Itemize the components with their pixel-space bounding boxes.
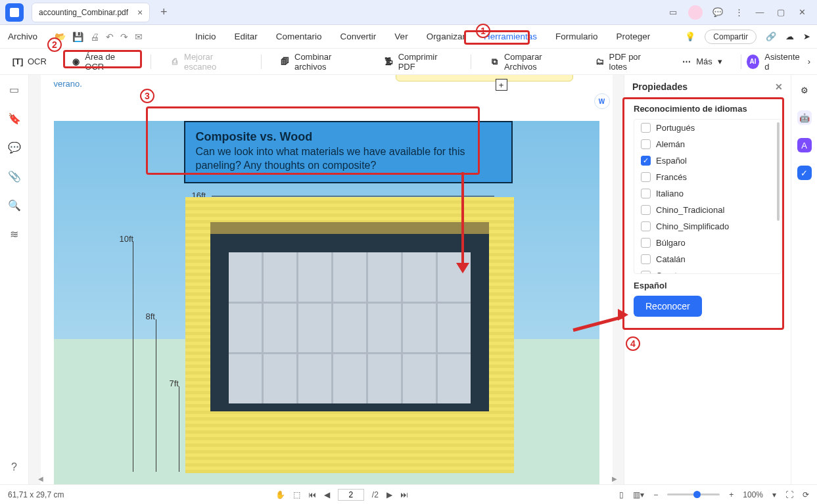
lang-item-espanol[interactable]: ✓Español (634, 152, 781, 169)
close-window-button[interactable]: ✕ (796, 7, 808, 18)
more-button[interactable]: ⋯Más▾ (675, 53, 728, 70)
close-tab-icon[interactable]: × (137, 7, 143, 18)
properties-title: Propiedades (632, 81, 688, 92)
page-dimensions: 61,71 x 29,7 cm (8, 490, 64, 499)
lang-item-italiano[interactable]: Italiano (634, 185, 781, 202)
search-icon[interactable]: 🔍 (8, 198, 21, 212)
more-menu-icon[interactable]: ⋮ (733, 7, 745, 18)
mail-icon[interactable]: ✉ (135, 32, 143, 42)
lang-item-chino-simp[interactable]: Chino_Simplificado (634, 218, 781, 235)
maximize-button[interactable]: ▢ (775, 7, 787, 18)
cloud-icon[interactable]: ☁ (785, 32, 794, 41)
help-icon[interactable]: ? (8, 461, 21, 474)
send-icon[interactable]: ➤ (803, 32, 810, 41)
properties-close-icon[interactable]: ✕ (775, 81, 783, 92)
batch-pdf-button[interactable]: 🗂PDF por lotes (589, 49, 662, 74)
ai-side-icon[interactable]: 🤖 (797, 110, 812, 125)
select-tool-icon[interactable]: ⬚ (293, 490, 300, 499)
compress-pdf-button[interactable]: 🗜Comprimir PDF (378, 49, 457, 74)
menu-herramientas[interactable]: Herramientas (482, 29, 538, 44)
menu-editar[interactable]: Editar (233, 29, 259, 44)
dim-8ft: 8ft (146, 311, 155, 321)
new-tab-button[interactable]: + (155, 5, 172, 19)
lang-item-aleman[interactable]: Alemán (634, 136, 781, 152)
combine-files-button[interactable]: 🗐Combinar archivos (275, 49, 365, 74)
share-icon-1[interactable]: 🔗 (766, 32, 776, 41)
print-icon[interactable]: 🖨 (90, 32, 99, 42)
app-logo[interactable] (5, 3, 24, 22)
prev-page-icon[interactable]: ◀ (324, 490, 330, 499)
lang-item-croata[interactable]: Croata (634, 267, 781, 274)
ocr-button[interactable]: [T]OCR (7, 53, 52, 70)
recognize-button[interactable]: Reconocer (634, 296, 702, 317)
minimize-button[interactable]: ― (754, 7, 766, 18)
thumbnails-icon[interactable]: ▭ (8, 83, 21, 96)
word-export-badge[interactable]: W (594, 93, 610, 109)
menu-organizar[interactable]: Organizar (425, 29, 467, 44)
lang-item-catalan[interactable]: Catalán (634, 251, 781, 267)
lang-item-chino-trad[interactable]: Chino_Tradicional (634, 202, 781, 218)
zoom-out-icon[interactable]: − (653, 490, 658, 499)
document-canvas[interactable]: verano. + W Composite vs. Wood Can we lo… (29, 75, 624, 484)
scroll-right-icon[interactable]: ▶ (611, 475, 619, 482)
rotate-icon[interactable]: ⟳ (803, 490, 809, 499)
lang-item-portugues[interactable]: Portugués (634, 120, 781, 136)
compare-icon: ⧉ (489, 56, 500, 68)
share-button[interactable]: Compartir (705, 30, 757, 44)
menu-file[interactable]: Archivo (7, 29, 39, 44)
lang-scrollbar-thumb[interactable] (777, 122, 780, 221)
zoom-slider-thumb[interactable] (693, 491, 701, 498)
zoom-chevron-icon[interactable]: ▾ (772, 490, 776, 499)
layers-icon[interactable]: ≋ (8, 227, 21, 241)
next-page-icon[interactable]: ▶ (386, 490, 392, 499)
menu-inicio[interactable]: Inicio (194, 29, 218, 44)
selected-language: Español (634, 281, 782, 290)
ocr-area-button[interactable]: ◉Área de OCR (65, 49, 137, 74)
enhance-scan-button[interactable]: ⎙Mejorar escaneo (164, 49, 248, 74)
ai-assistant-icon[interactable]: AI (747, 55, 760, 69)
menu-proteger[interactable]: Proteger (615, 29, 651, 44)
ai-assistant-label[interactable]: Asistente d (764, 52, 802, 72)
horizontal-scrollbar[interactable]: ◀ ▶ (37, 475, 619, 482)
fonts-icon[interactable]: A (797, 138, 812, 152)
menu-convertir[interactable]: Convertir (339, 29, 378, 44)
zoom-in-icon[interactable]: + (729, 490, 734, 499)
undo-icon[interactable]: ↶ (106, 32, 114, 42)
assistant-chevron-icon: › (808, 57, 810, 66)
settings-sliders-icon[interactable]: ⚙ (797, 83, 812, 97)
menu-comentario[interactable]: Comentario (275, 29, 323, 44)
last-page-icon[interactable]: ⏭ (400, 490, 408, 499)
document-tab[interactable]: accounting_Combinar.pdf × (32, 3, 150, 22)
comment-icon[interactable]: 💬 (8, 141, 21, 154)
lang-item-frances[interactable]: Francés (634, 169, 781, 185)
view-continuous-icon[interactable]: ▥▾ (633, 490, 644, 499)
avatar[interactable] (688, 5, 703, 20)
view-single-icon[interactable]: ▯ (619, 490, 624, 499)
attachment-icon[interactable]: 📎 (8, 170, 21, 183)
zoom-value[interactable]: 100% (743, 490, 763, 499)
lang-item-bulgaro[interactable]: Búlgaro (634, 235, 781, 251)
zoom-slider[interactable] (667, 493, 720, 495)
plus-handle[interactable]: + (496, 79, 507, 91)
first-page-icon[interactable]: ⏮ (308, 490, 316, 499)
page-number-input[interactable] (338, 489, 364, 501)
menu-formulario[interactable]: Formulario (554, 29, 599, 44)
save-icon[interactable]: 💾 (72, 32, 83, 42)
menu-ver[interactable]: Ver (393, 29, 409, 44)
check-icon[interactable]: ✓ (797, 166, 812, 180)
bookmark-icon[interactable]: 🔖 (8, 112, 21, 125)
statusbar: 61,71 x 29,7 cm ✋ ⬚ ⏮ ◀ /2 ▶ ⏭ ▯ ▥▾ − + … (0, 484, 817, 504)
bulb-icon[interactable]: 💡 (685, 32, 695, 41)
chat-icon[interactable]: 💬 (712, 7, 724, 18)
dim-10ft: 10ft (120, 234, 134, 244)
fit-page-icon[interactable]: ⛶ (785, 490, 793, 499)
language-list[interactable]: Portugués Alemán ✓Español Francés Italia… (634, 119, 782, 274)
redo-icon[interactable]: ↷ (120, 32, 128, 42)
scroll-left-icon[interactable]: ◀ (37, 475, 45, 482)
sticky-note[interactable] (396, 75, 573, 81)
compare-files-button[interactable]: ⧉Comparar Archivos (484, 49, 576, 74)
compress-icon: 🗜 (383, 56, 394, 68)
left-sidebar: ▭ 🔖 💬 📎 🔍 ≋ ? (0, 75, 29, 484)
layout-icon[interactable]: ▭ (667, 7, 679, 18)
hand-tool-icon[interactable]: ✋ (275, 490, 285, 499)
